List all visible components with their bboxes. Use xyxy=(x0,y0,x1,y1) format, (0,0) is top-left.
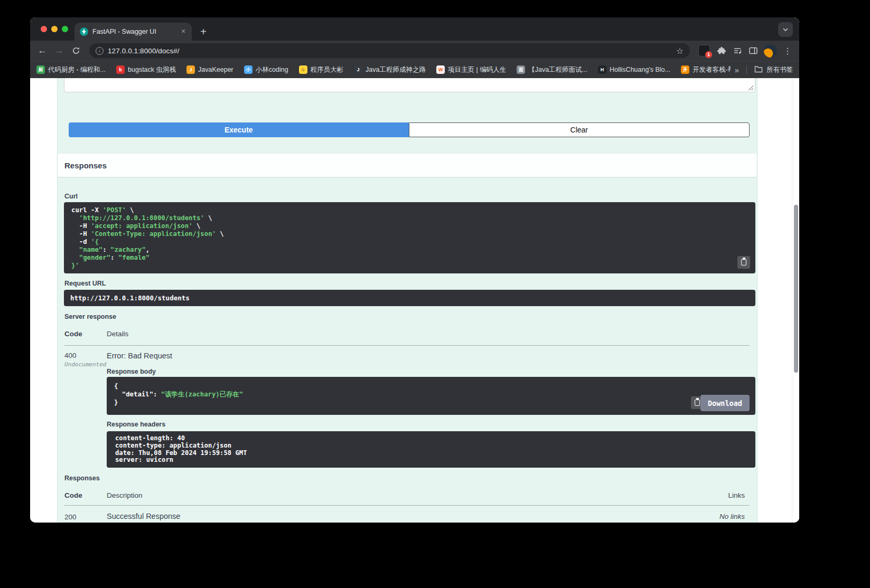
profile-avatar[interactable] xyxy=(764,44,777,58)
bookmark-item[interactable]: 小小林coding xyxy=(244,65,288,74)
minimize-window-button[interactable] xyxy=(51,26,58,32)
request-body-textarea[interactable] xyxy=(64,78,755,92)
response-headers-block: content-length: 40 content-type: applica… xyxy=(107,431,755,468)
bookmark-label: 程序员大彬 xyxy=(311,65,344,74)
bookmark-label: 【Java工程师面试... xyxy=(528,65,587,74)
extensions-puzzle-icon[interactable] xyxy=(714,43,729,58)
all-bookmarks-label: 所有书签 xyxy=(766,65,793,74)
responses-section-title: Responses xyxy=(64,161,107,170)
bookmark-star-icon[interactable]: ☆ xyxy=(676,46,684,56)
error-response-title: Error: Bad Request xyxy=(107,352,172,360)
bookmark-favicon-icon: J xyxy=(186,65,195,74)
table-divider xyxy=(64,505,750,506)
bookmark-label: JavaKeeper xyxy=(198,66,233,73)
request-url-value: http://127.0.0.1:8000/students xyxy=(70,294,190,302)
bookmark-item[interactable]: W项目主页 | 编码人生 xyxy=(436,65,506,74)
download-button[interactable]: Download xyxy=(700,395,750,411)
success-response-title: Successful Response xyxy=(107,512,180,520)
copy-curl-button[interactable] xyxy=(737,256,750,269)
tab-strip: FastAPI - Swagger UI × + xyxy=(30,17,799,41)
response-body-block: { "detail": "该学生(zachary)已存在" } Download xyxy=(107,377,755,415)
extension-badge: 1 xyxy=(705,51,712,58)
bookmark-favicon-icon: W xyxy=(436,65,445,74)
curl-command: curl -X 'POST' \ 'http://127.0.0.1:8000/… xyxy=(71,206,748,270)
table-divider xyxy=(64,345,750,346)
execute-row: Execute Clear xyxy=(69,122,750,137)
responses-code-header: Code xyxy=(64,491,82,499)
bookmark-item[interactable]: 面【Java工程师面试... xyxy=(517,65,587,74)
bookmark-label: bugstack 虫洞栈 xyxy=(128,65,176,74)
close-window-button[interactable] xyxy=(41,26,47,32)
tab-search-button[interactable] xyxy=(778,22,793,37)
response-body-json: { "detail": "该学生(zachary)已存在" } xyxy=(114,382,748,407)
bookmark-item[interactable]: 开开发者客栈-帮助开... xyxy=(681,65,731,74)
all-bookmarks-button[interactable]: 所有书签 xyxy=(750,65,793,74)
bookmarks-separator xyxy=(746,65,747,74)
browser-menu-icon[interactable]: ⋮ xyxy=(780,43,795,58)
swagger-opblock: Execute Clear Responses Curl curl -X 'PO… xyxy=(57,78,757,523)
clear-button[interactable]: Clear xyxy=(409,122,750,137)
window-controls xyxy=(30,17,74,41)
request-url-bar: http://127.0.0.1:8000/students xyxy=(64,290,755,306)
clipboard-icon xyxy=(741,259,746,265)
responses-section-header[interactable]: Responses xyxy=(58,153,757,177)
server-response-label: Server response xyxy=(64,313,116,320)
bookmark-favicon-icon: b xyxy=(116,65,125,74)
folder-icon xyxy=(754,65,763,74)
bookmark-item[interactable]: JJava工程师成神之路 xyxy=(354,65,426,74)
response-headers-text: content-length: 40 content-type: applica… xyxy=(115,435,747,464)
server-response-details-header: Details xyxy=(107,330,128,338)
bookmark-favicon-icon: H xyxy=(598,65,606,74)
bookmark-label: HollisChuang's Blo... xyxy=(610,66,670,73)
execute-button[interactable]: Execute xyxy=(69,122,409,137)
page-scrollbar[interactable] xyxy=(792,78,799,523)
responses-table-label: Responses xyxy=(64,475,100,482)
screenshot-stage: FastAPI - Swagger UI × + ← → i 127.0.0.1… xyxy=(0,0,870,588)
bookmark-favicon-icon: 面 xyxy=(517,65,525,74)
response-body-label: Response body xyxy=(107,368,156,375)
bookmark-item[interactable]: bbugstack 虫洞栈 xyxy=(116,65,176,74)
page-content: Execute Clear Responses Curl curl -X 'PO… xyxy=(30,78,799,523)
back-button[interactable]: ← xyxy=(34,43,50,59)
textarea-resize-handle[interactable] xyxy=(747,84,753,90)
response-headers-label: Response headers xyxy=(107,421,165,428)
bookmarks-overflow-chevron[interactable]: » xyxy=(731,65,743,74)
responses-description-header: Description xyxy=(107,491,143,499)
url-text: 127.0.0.1:8000/docs#/ xyxy=(108,47,672,55)
curl-label: Curl xyxy=(64,193,78,200)
success-response-links: No links xyxy=(719,513,745,520)
bookmark-favicon-icon: 小 xyxy=(244,65,252,74)
bookmark-item[interactable]: ☺程序员大彬 xyxy=(299,65,344,74)
side-panel-icon[interactable] xyxy=(746,43,761,58)
bookmark-label: 开发者客栈-帮助开... xyxy=(693,65,731,74)
bookmark-favicon-icon: J xyxy=(354,65,362,74)
address-bar[interactable]: i 127.0.0.1:8000/docs#/ ☆ xyxy=(89,43,690,58)
server-response-code-header: Code xyxy=(64,330,82,338)
curl-block: curl -X 'POST' \ 'http://127.0.0.1:8000/… xyxy=(64,202,755,273)
forward-button[interactable]: → xyxy=(51,43,67,59)
fastapi-favicon-icon xyxy=(80,27,88,36)
scrollbar-thumb[interactable] xyxy=(794,205,798,373)
media-controls-icon[interactable] xyxy=(730,43,745,58)
response-status-code: 400 xyxy=(64,352,77,359)
bookmark-favicon-icon: 开 xyxy=(681,65,689,74)
browser-tab[interactable]: FastAPI - Swagger UI × xyxy=(74,23,192,41)
bookmark-label: 代码厨房 - 编程和... xyxy=(48,65,106,74)
bookmark-item[interactable]: 厨代码厨房 - 编程和... xyxy=(36,65,106,74)
site-info-icon[interactable]: i xyxy=(96,47,104,55)
bookmarks-bar: 厨代码厨房 - 编程和...bbugstack 虫洞栈JJavaKeeper小小… xyxy=(30,61,799,78)
new-tab-button[interactable]: + xyxy=(196,24,211,39)
bookmark-item[interactable]: HHollisChuang's Blo... xyxy=(598,65,670,74)
clipboard-icon xyxy=(695,400,700,406)
request-url-label: Request URL xyxy=(64,280,106,287)
responses-links-header: Links xyxy=(728,491,745,499)
bookmark-item[interactable]: JJavaKeeper xyxy=(186,65,233,74)
success-status-code: 200 xyxy=(64,513,77,521)
tab-close-icon[interactable]: × xyxy=(179,27,188,36)
bookmark-label: Java工程师成神之路 xyxy=(366,65,426,74)
bookmarks-list: 厨代码厨房 - 编程和...bbugstack 虫洞栈JJavaKeeper小小… xyxy=(36,65,731,74)
zoom-window-button[interactable] xyxy=(62,26,68,32)
reload-button[interactable] xyxy=(68,43,84,59)
bookmark-label: 项目主页 | 编码人生 xyxy=(448,65,506,74)
extension-icon[interactable]: 1 xyxy=(698,45,710,56)
